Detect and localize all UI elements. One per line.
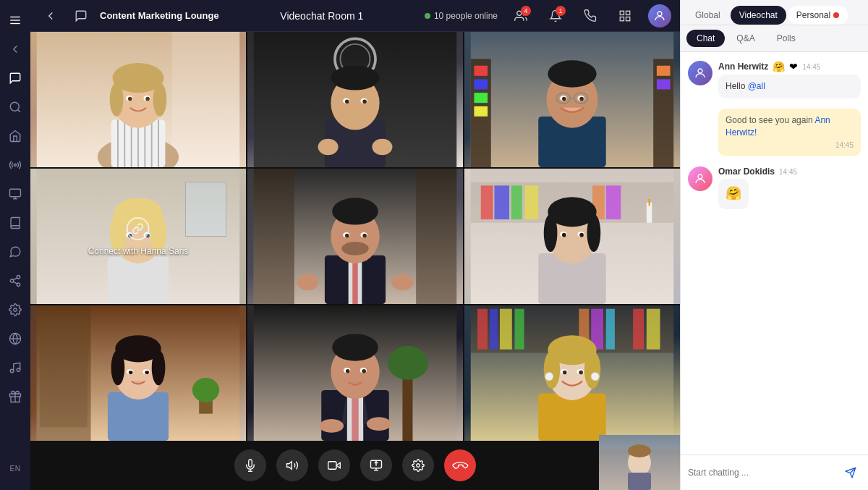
polls-sub-tab[interactable]: Polls <box>767 30 806 47</box>
svg-point-145 <box>332 334 378 360</box>
music-sidebar-icon[interactable] <box>2 355 28 381</box>
svg-point-9 <box>17 276 20 279</box>
gift-sidebar-icon[interactable] <box>2 384 28 410</box>
book-sidebar-icon[interactable] <box>2 210 28 236</box>
svg-rect-79 <box>108 257 169 304</box>
video-cell-7[interactable] <box>30 305 246 441</box>
share-sidebar-icon[interactable] <box>2 268 28 294</box>
svg-point-55 <box>362 100 367 104</box>
user-avatar-top[interactable] <box>648 4 671 28</box>
qa-sub-tab[interactable]: Q&A <box>726 30 765 47</box>
chat-panel: Global Videochat Personal Chat Q&A Polls… <box>680 0 868 490</box>
screen-share-button[interactable] <box>360 449 392 481</box>
svg-point-69 <box>548 60 596 87</box>
svg-rect-23 <box>626 11 630 14</box>
main-area: Content Marketing Lounge Videochat Room … <box>30 0 680 490</box>
video-cell-3[interactable] <box>464 32 680 167</box>
home-sidebar-icon[interactable] <box>2 123 28 149</box>
video-cell-9[interactable] <box>464 305 680 441</box>
svg-point-14 <box>14 308 17 312</box>
chat-sub-tab[interactable]: Chat <box>686 30 725 47</box>
omar-bubble: 🤗 <box>718 179 749 208</box>
svg-point-138 <box>388 346 428 380</box>
connect-icon <box>127 217 150 240</box>
svg-rect-78 <box>185 182 226 237</box>
svg-point-102 <box>391 274 413 290</box>
menu-icon[interactable] <box>2 7 28 33</box>
svg-line-12 <box>13 282 17 284</box>
svg-rect-105 <box>481 185 493 219</box>
svg-marker-176 <box>287 462 292 470</box>
personal-dot <box>833 12 839 18</box>
svg-point-18 <box>17 368 20 372</box>
svg-line-13 <box>13 278 17 280</box>
video-cell-2[interactable] <box>247 32 463 167</box>
svg-rect-162 <box>647 309 660 350</box>
comment-sidebar-icon[interactable] <box>2 239 28 265</box>
svg-point-190 <box>698 174 702 179</box>
video-cell-4[interactable]: Connect with Hanna Saris <box>30 169 246 304</box>
video-cell-5[interactable] <box>247 169 463 304</box>
svg-line-4 <box>17 109 20 111</box>
svg-point-10 <box>10 279 14 283</box>
svg-point-116 <box>544 214 558 252</box>
svg-rect-61 <box>474 79 488 89</box>
search-sidebar-icon[interactable] <box>2 94 28 120</box>
svg-rect-178 <box>328 462 336 470</box>
ann-message-header: Ann Herwitz 🤗 ❤ 14:45 <box>718 61 861 72</box>
chat-sidebar-icon[interactable] <box>2 65 28 91</box>
ann-avatar <box>688 61 712 85</box>
personal-tab[interactable]: Personal <box>788 6 848 25</box>
top-bar-right: 10 people online 4 1 <box>425 4 671 28</box>
screen-sidebar-icon[interactable] <box>2 181 28 207</box>
svg-point-189 <box>698 69 702 73</box>
global-tab[interactable]: Global <box>686 6 729 25</box>
connect-overlay[interactable]: Connect with Hanna Saris <box>88 217 189 256</box>
globe-sidebar-icon[interactable] <box>2 326 28 352</box>
chat-message-1: Ann Herwitz 🤗 ❤ 14:45 Hello @all <box>688 61 861 98</box>
video-cell-6[interactable] <box>464 169 680 304</box>
back-top-icon[interactable] <box>39 4 62 28</box>
camera-button[interactable] <box>318 449 350 481</box>
svg-point-148 <box>346 369 350 373</box>
svg-point-167 <box>584 351 600 389</box>
language-badge[interactable]: EN <box>2 455 28 481</box>
svg-rect-63 <box>474 106 488 117</box>
broadcast-sidebar-icon[interactable] <box>2 152 28 178</box>
phone-icon-top[interactable] <box>579 4 602 28</box>
chat-top-icon[interactable] <box>69 4 93 28</box>
svg-point-168 <box>545 373 553 381</box>
send-button[interactable] <box>841 462 861 483</box>
end-call-button[interactable] <box>444 449 476 481</box>
svg-rect-6 <box>10 189 21 197</box>
svg-rect-108 <box>525 185 539 219</box>
back-icon[interactable] <box>2 36 28 62</box>
svg-point-99 <box>362 234 367 238</box>
svg-point-151 <box>367 417 391 431</box>
svg-rect-106 <box>494 185 509 219</box>
svg-point-149 <box>362 369 366 373</box>
svg-point-11 <box>17 283 20 287</box>
svg-point-76 <box>579 97 584 101</box>
microphone-button[interactable] <box>234 449 266 481</box>
notification-icon-top[interactable]: 1 <box>544 4 567 28</box>
videochat-tab[interactable]: Videochat <box>731 6 786 25</box>
svg-point-117 <box>587 214 601 252</box>
video-cell-1[interactable] <box>30 32 246 167</box>
video-cell-8[interactable] <box>247 305 463 441</box>
svg-point-120 <box>562 233 566 237</box>
system-message: Good to see you again Ann Herwitz! 14:45 <box>688 109 861 157</box>
volume-button[interactable] <box>276 449 308 481</box>
chat-input[interactable] <box>688 468 835 478</box>
ann-time: 14:45 <box>802 63 820 71</box>
people-icon-top[interactable]: 4 <box>509 4 532 28</box>
online-dot <box>425 13 430 19</box>
svg-point-101 <box>297 274 319 290</box>
grid-icon-top[interactable] <box>613 4 637 28</box>
svg-rect-107 <box>511 185 522 219</box>
svg-rect-163 <box>538 394 606 441</box>
settings-control-button[interactable] <box>402 449 434 481</box>
svg-point-126 <box>192 378 219 402</box>
online-indicator: 10 people online <box>425 11 498 21</box>
settings-sidebar-icon[interactable] <box>2 297 28 323</box>
